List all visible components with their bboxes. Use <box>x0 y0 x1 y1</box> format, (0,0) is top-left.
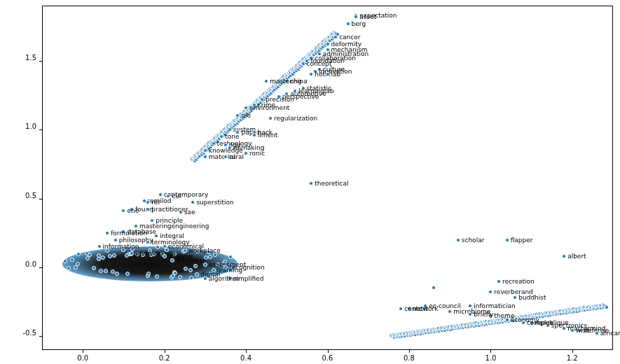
scatter-point <box>198 154 202 158</box>
scatter-point <box>330 34 334 38</box>
scatter-point <box>503 316 507 321</box>
scatter-point <box>99 269 103 273</box>
spine-top <box>42 6 613 6</box>
scatter-point <box>270 86 275 90</box>
scatter-point <box>200 150 205 155</box>
scatter-point <box>173 271 177 275</box>
scatter-point <box>252 106 256 111</box>
scatter-point <box>193 156 197 160</box>
point-label: recreation <box>502 278 535 284</box>
scatter-point <box>469 323 473 328</box>
scatter-point <box>261 97 266 101</box>
scatter-point <box>517 317 521 321</box>
scatter-point <box>533 315 537 319</box>
scatter-point <box>259 100 263 104</box>
scatter-point <box>236 119 240 123</box>
scatter-point <box>221 128 226 132</box>
scatter-point <box>518 316 522 320</box>
scatter-point <box>457 325 461 329</box>
scatter-point <box>521 314 525 318</box>
scatter-point <box>450 327 455 331</box>
scatter-point <box>270 85 274 90</box>
scatter-point <box>469 322 474 326</box>
scatter-point <box>265 93 269 97</box>
scatter-point <box>417 330 421 335</box>
scatter-point <box>478 321 483 326</box>
scatter-point <box>548 310 552 314</box>
scatter-point <box>249 106 254 110</box>
scatter-point <box>544 314 548 318</box>
scatter-point <box>443 328 447 332</box>
scatter-point <box>213 253 217 257</box>
scatter-point <box>230 120 235 125</box>
scatter-point <box>402 333 406 337</box>
scatter-point <box>268 90 273 94</box>
scatter-point <box>241 113 245 118</box>
scatter-point <box>221 131 226 135</box>
scatter-point <box>305 59 309 63</box>
scatter-point <box>497 279 501 284</box>
scatter-point <box>205 145 209 149</box>
scatter-point <box>601 304 605 309</box>
scatter-point <box>307 55 311 59</box>
scatter-point <box>97 257 101 261</box>
scatter-point <box>487 319 491 323</box>
scatter-point <box>321 42 325 46</box>
scatter-point <box>324 41 328 46</box>
scatter-point <box>511 318 515 322</box>
scatter-point <box>226 123 230 127</box>
scatter-point <box>464 325 468 329</box>
scatter-point <box>504 319 508 323</box>
scatter-point <box>530 321 534 325</box>
scatter-point <box>329 36 333 40</box>
point-label: information <box>103 244 139 250</box>
scatter-point <box>589 306 593 310</box>
scatter-point <box>289 71 293 75</box>
scatter-point <box>432 330 436 334</box>
scatter-point <box>212 141 216 146</box>
scatter-point <box>493 321 497 325</box>
scatter-point <box>567 308 572 312</box>
scatter-point <box>294 66 298 70</box>
scatter-point <box>329 33 333 37</box>
scatter-point <box>200 150 204 154</box>
scatter-point <box>568 309 572 313</box>
scatter-point <box>540 312 544 316</box>
scatter-point <box>462 324 467 328</box>
scatter-point <box>244 111 249 115</box>
point-label: scholar <box>462 237 485 243</box>
scatter-point <box>216 136 221 141</box>
scatter-point <box>457 326 462 330</box>
scatter-point <box>520 315 524 319</box>
scatter-point <box>425 329 429 333</box>
scatter-point <box>297 62 301 66</box>
scatter-point <box>266 94 270 98</box>
scatter-point <box>331 35 335 39</box>
point-label: complex <box>527 319 553 326</box>
scatter-point <box>278 78 282 82</box>
scatter-point <box>301 57 305 61</box>
scatter-point <box>490 318 494 323</box>
scatter-point <box>291 66 295 71</box>
scatter-point <box>234 117 238 121</box>
scatter-point <box>303 57 307 62</box>
scatter-point <box>228 268 233 272</box>
scatter-point <box>329 36 333 41</box>
scatter-point <box>248 107 252 111</box>
scatter-point <box>336 32 340 36</box>
scatter-point <box>408 330 412 335</box>
scatter-point <box>115 272 119 276</box>
scatter-point <box>284 74 289 78</box>
scatter-point <box>521 316 525 320</box>
scatter-point <box>310 51 314 55</box>
scatter-point <box>452 326 456 330</box>
scatter-point <box>232 118 236 122</box>
scatter-point <box>301 59 305 63</box>
scatter-point <box>558 310 562 314</box>
scatter-point <box>523 315 528 319</box>
scatter-point <box>556 309 560 314</box>
scatter-point <box>584 306 588 310</box>
scatter-point <box>436 328 440 332</box>
scatter-point <box>422 331 426 335</box>
scatter-point <box>448 328 453 332</box>
